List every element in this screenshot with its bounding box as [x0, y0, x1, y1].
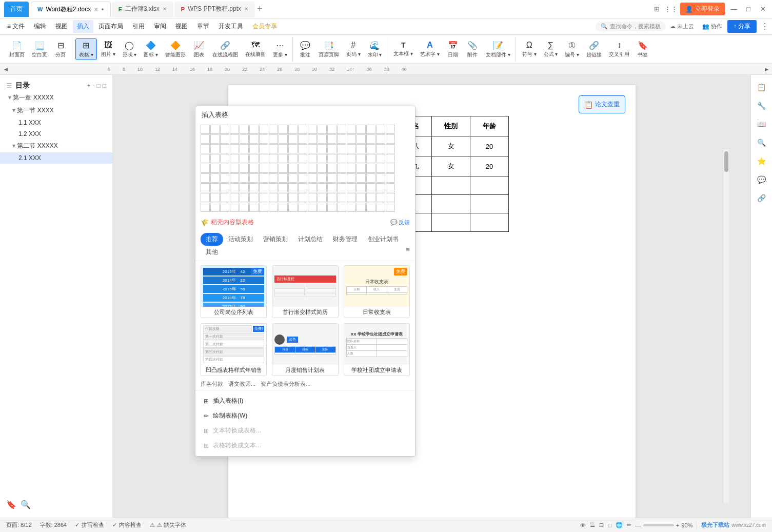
grid-cell[interactable] [230, 173, 239, 183]
grid-cell[interactable] [386, 173, 395, 183]
grid-cell[interactable] [240, 125, 249, 134]
sidebar-add-btn[interactable]: + [87, 82, 90, 89]
tab-excel[interactable]: E 工作簿3.xlsx ✕ [112, 2, 173, 17]
grid-cell[interactable] [327, 134, 336, 144]
grid-cell[interactable] [376, 144, 385, 153]
tool-blank-page[interactable]: 📃 空白页 [29, 38, 50, 60]
tool-page-num[interactable]: # 页码 ▾ [343, 38, 364, 60]
tool-shape[interactable]: ◯ 形状 ▾ [120, 38, 140, 60]
grid-cell[interactable] [308, 193, 317, 202]
grid-cell[interactable] [298, 183, 307, 192]
template-tab-other[interactable]: 其他 [201, 246, 223, 259]
template-tab-activity[interactable]: 活动策划 [223, 233, 258, 246]
grid-cell[interactable] [386, 144, 395, 153]
grid-cell[interactable] [220, 134, 229, 144]
grid-cell[interactable] [347, 134, 356, 144]
grid-cell[interactable] [347, 164, 356, 173]
menu-view2[interactable]: 视图 [171, 20, 192, 33]
grid-cell[interactable] [201, 183, 210, 192]
grid-cell[interactable] [366, 183, 375, 192]
grid-cell[interactable] [298, 154, 307, 163]
tool-numbering[interactable]: ① 编号 ▾ [562, 38, 582, 60]
grid-cell[interactable] [357, 144, 366, 153]
grid-cell[interactable] [357, 164, 366, 173]
grid-cell[interactable] [249, 193, 259, 202]
sidebar-expand-btn[interactable]: □ [97, 82, 101, 89]
grid-cell[interactable] [249, 203, 259, 212]
tool-online-flow[interactable]: 🔗 在线流程图 [209, 38, 241, 60]
grid-cell[interactable] [269, 193, 278, 202]
grid-cell[interactable] [240, 203, 249, 212]
more-menu-icon[interactable]: ⋮ [761, 22, 769, 31]
grid-cell[interactable] [318, 144, 327, 153]
menu-edit[interactable]: 编辑 [30, 20, 50, 33]
grid-cell[interactable] [279, 173, 288, 183]
register-button[interactable]: 👤 立即登录 [680, 3, 725, 15]
menu-devtools[interactable]: 开发工具 [214, 20, 247, 33]
layout-icon-3[interactable]: □ [608, 522, 611, 528]
grid-cell[interactable] [259, 203, 268, 212]
tool-watermark[interactable]: 🌊 水印 ▾ [365, 38, 385, 60]
grid-cell[interactable] [347, 173, 356, 183]
right-panel-btn-1[interactable]: 📋 [754, 79, 770, 95]
layout-icon-2[interactable]: ⊟ [599, 522, 604, 528]
tab-home[interactable]: 首页 [4, 2, 29, 17]
grid-cell[interactable] [337, 125, 346, 134]
layout-icon-1[interactable]: ☰ [590, 522, 595, 528]
grid-cell[interactable] [318, 203, 327, 212]
grid-cell[interactable] [240, 144, 249, 153]
grid-cell[interactable] [230, 193, 239, 202]
tab-excel-close[interactable]: ✕ [163, 6, 167, 12]
grid-cell[interactable] [327, 144, 336, 153]
grid-cell[interactable] [279, 144, 288, 153]
template-tab-recommend[interactable]: 推荐 [201, 233, 223, 246]
grid-cell[interactable] [220, 144, 229, 153]
grid-cell[interactable] [386, 125, 395, 134]
grid-cell[interactable] [249, 134, 259, 144]
sidebar-item-s1-2[interactable]: ▾ 第二节 XXXXX [0, 140, 112, 152]
grid-cell[interactable] [366, 154, 375, 163]
grid-cell[interactable] [327, 193, 336, 202]
tool-formula[interactable]: ∑ 公式 ▾ [541, 38, 561, 60]
grid-cell[interactable] [210, 183, 220, 192]
grid-cell[interactable] [288, 154, 298, 163]
grid-cell[interactable] [298, 203, 307, 212]
tool-table[interactable]: ⊞ 表格 ▾ [75, 38, 97, 60]
template-card-5[interactable]: 蓝色 月份 目标 实际 月度销售计划表 [272, 323, 338, 376]
grid-cell[interactable] [376, 203, 385, 212]
status-missing-font[interactable]: ⚠ ⚠ 缺失字体 [150, 521, 186, 529]
grid-cell[interactable] [318, 154, 327, 163]
grid-cell[interactable] [249, 144, 259, 153]
grid-cell[interactable] [318, 164, 327, 173]
grid-picker[interactable] [195, 122, 415, 215]
grid-cell[interactable] [249, 164, 259, 173]
sidebar-item-s1-2-1[interactable]: 2.1 XXX [0, 152, 112, 164]
grid-icon[interactable]: ⊞ [651, 4, 662, 14]
grid-cell[interactable] [298, 173, 307, 183]
grid-cell[interactable] [220, 164, 229, 173]
grid-cell[interactable] [386, 134, 395, 144]
search-bar[interactable]: 🔍 查找命令，搜索模板 [596, 22, 666, 31]
tool-header-footer[interactable]: 📑 页眉页脚 [315, 38, 342, 60]
grid-cell[interactable] [337, 154, 346, 163]
grid-cell[interactable] [386, 183, 395, 192]
grid-cell[interactable] [279, 154, 288, 163]
grid-cell[interactable] [269, 134, 278, 144]
grid-cell[interactable] [308, 134, 317, 144]
grid-cell[interactable] [337, 134, 346, 144]
grid-cell[interactable] [230, 203, 239, 212]
tool-textbox[interactable]: T 文本框 ▾ [390, 38, 416, 60]
right-panel-btn-5[interactable]: ⭐ [754, 153, 770, 169]
grid-cell[interactable] [308, 183, 317, 192]
grid-cell[interactable] [279, 203, 288, 212]
tool-smartart[interactable]: 🔶 智能图形 [162, 38, 189, 60]
tool-comment[interactable]: 💬 批注 [296, 38, 314, 60]
grid-cell[interactable] [259, 134, 268, 144]
grid-cell[interactable] [366, 144, 375, 153]
zoom-in-btn[interactable]: + [676, 522, 679, 528]
right-panel-btn-4[interactable]: 🔍 [754, 134, 770, 151]
grid-cell[interactable] [269, 203, 278, 212]
pen-icon[interactable]: ✏ [627, 522, 631, 528]
grid-cell[interactable] [318, 173, 327, 183]
grid-cell[interactable] [269, 144, 278, 153]
